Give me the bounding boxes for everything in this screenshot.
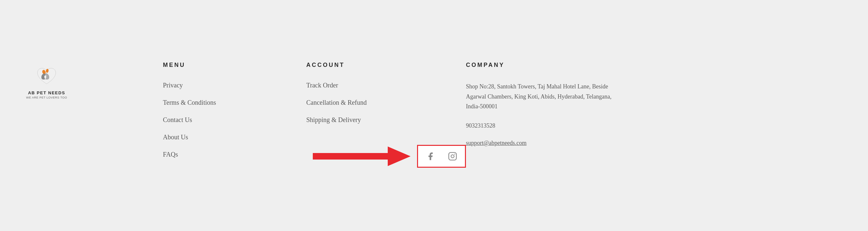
brand-tagline: WE ARE PET LOVERS TOO bbox=[26, 96, 67, 99]
logo-wrapper: AB PET NEEDS WE ARE PET LOVERS TOO bbox=[26, 65, 67, 99]
menu-item-terms[interactable]: Terms & Conditions bbox=[163, 99, 306, 106]
svg-point-7 bbox=[454, 154, 455, 155]
menu-title: MENU bbox=[163, 62, 306, 68]
account-item-track[interactable]: Track Order bbox=[306, 82, 466, 89]
account-item-shipping[interactable]: Shipping & Delivery bbox=[306, 116, 466, 124]
footer: AB PET NEEDS WE ARE PET LOVERS TOO MENU … bbox=[0, 0, 868, 231]
menu-item-faqs[interactable]: FAQs bbox=[163, 151, 306, 158]
svg-point-3 bbox=[46, 74, 48, 75]
menu-column: MENU Privacy Terms & Conditions Contact … bbox=[150, 62, 306, 168]
company-phone: 9032313528 bbox=[466, 121, 622, 131]
instagram-icon bbox=[448, 152, 457, 161]
account-item-cancellation[interactable]: Cancellation & Refund bbox=[306, 99, 466, 106]
company-title: COMPANY bbox=[466, 62, 842, 68]
account-title: ACCOUNT bbox=[306, 62, 466, 68]
menu-item-privacy[interactable]: Privacy bbox=[163, 82, 306, 89]
svg-rect-5 bbox=[449, 152, 456, 160]
footer-inner: AB PET NEEDS WE ARE PET LOVERS TOO MENU … bbox=[26, 62, 842, 169]
instagram-button[interactable] bbox=[445, 149, 460, 164]
arrow-wrapper bbox=[306, 143, 410, 169]
menu-item-contact[interactable]: Contact Us bbox=[163, 116, 306, 124]
company-column: COMPANY Shop No:28, Santokh Towers, Taj … bbox=[466, 62, 842, 160]
account-column: ACCOUNT Track Order Cancellation & Refun… bbox=[306, 62, 466, 169]
social-row bbox=[306, 143, 466, 169]
menu-item-about[interactable]: About Us bbox=[163, 134, 306, 141]
svg-point-2 bbox=[44, 74, 45, 76]
brand-name: AB PET NEEDS bbox=[28, 90, 65, 96]
svg-marker-4 bbox=[313, 146, 410, 166]
pointing-arrow bbox=[313, 145, 410, 168]
company-email[interactable]: support@abpetneeds.com bbox=[466, 140, 842, 146]
facebook-icon bbox=[426, 152, 435, 161]
social-icons-box bbox=[417, 145, 466, 168]
facebook-button[interactable] bbox=[423, 149, 438, 164]
brand-logo-icon bbox=[35, 65, 58, 88]
svg-point-6 bbox=[451, 155, 454, 157]
logo-column: AB PET NEEDS WE ARE PET LOVERS TOO bbox=[26, 62, 150, 99]
company-address: Shop No:28, Santokh Towers, Taj Mahal Ho… bbox=[466, 82, 622, 112]
